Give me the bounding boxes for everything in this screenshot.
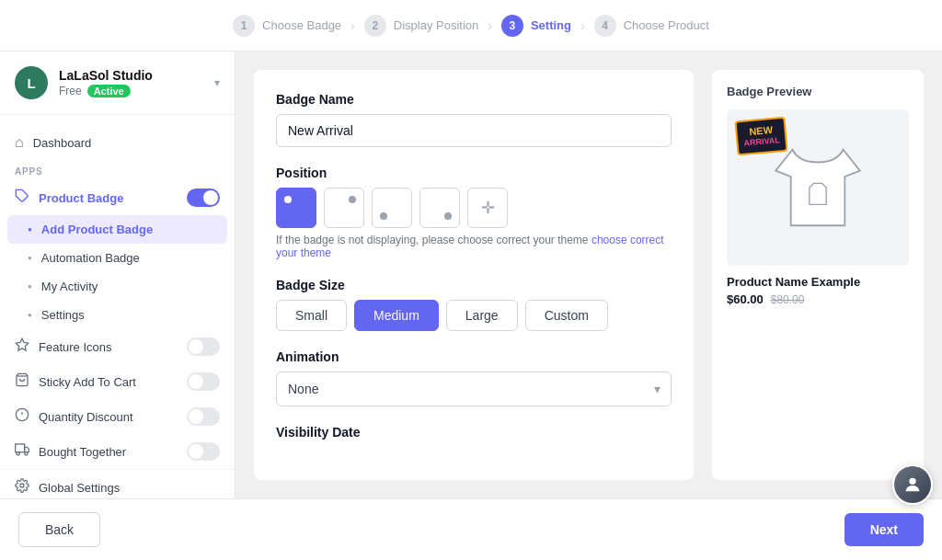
animation-label: Animation bbox=[276, 349, 672, 364]
brand-sub: Free Active bbox=[59, 85, 153, 97]
global-settings-icon bbox=[15, 478, 29, 497]
animation-section: Animation None Pulse Bounce Shake Spin ▾ bbox=[276, 349, 672, 406]
size-custom[interactable]: Custom bbox=[525, 300, 608, 331]
brand-name: LaLaSol Studio bbox=[59, 68, 153, 83]
visibility-date-label: Visibility Date bbox=[276, 425, 672, 440]
size-medium[interactable]: Medium bbox=[354, 300, 439, 331]
bought-together-label: Bought Together bbox=[39, 445, 126, 459]
step-arrow-2: › bbox=[488, 18, 492, 33]
step-4[interactable]: 4 Choose Product bbox=[594, 15, 709, 37]
global-settings-label: Global Settings bbox=[39, 481, 120, 495]
sidebar-item-dashboard[interactable]: ⌂ Dashboard bbox=[0, 126, 235, 159]
main-layout: L LaLaSol Studio Free Active ▾ ⌂ Dashboa… bbox=[0, 51, 942, 498]
preview-product-box: NEW ARRIVAL bbox=[727, 109, 909, 266]
product-name: Product Name Example bbox=[727, 275, 909, 289]
step-arrow-1: › bbox=[350, 18, 355, 33]
next-button[interactable]: Next bbox=[844, 513, 924, 546]
back-button[interactable]: Back bbox=[18, 512, 100, 547]
badge-name-input[interactable] bbox=[276, 114, 672, 147]
sidebar-item-bought-together[interactable]: Bought Together bbox=[0, 434, 235, 469]
step-2-circle: 2 bbox=[364, 15, 386, 37]
toggle-knob-bt bbox=[189, 444, 203, 459]
step-arrow-3: › bbox=[580, 18, 585, 33]
badge-name-label: Badge Name bbox=[276, 92, 672, 107]
toggle-knob bbox=[203, 190, 218, 205]
sub-dot-4: ● bbox=[28, 311, 32, 319]
add-product-badge-label: Add Product Badge bbox=[41, 223, 153, 236]
badge-size-section: Badge Size Small Medium Large Custom bbox=[276, 278, 672, 331]
quantity-discount-label: Quantity Discount bbox=[39, 410, 133, 424]
toggle-knob-qd bbox=[189, 409, 203, 424]
preview-panel: Badge Preview NEW ARRIVAL Product Name E… bbox=[712, 70, 924, 480]
sidebar-item-feature-icons[interactable]: Feature Icons bbox=[0, 329, 235, 364]
sidebar-item-sticky-add-to-cart[interactable]: Sticky Add To Cart bbox=[0, 364, 235, 399]
content-area: Badge Name Position bbox=[236, 51, 942, 498]
size-large[interactable]: Large bbox=[446, 300, 518, 331]
position-hint-link[interactable]: choose correct your theme bbox=[276, 234, 664, 259]
svg-point-9 bbox=[25, 452, 28, 455]
dot-tr bbox=[349, 196, 356, 203]
sticky-cart-label: Sticky Add To Cart bbox=[39, 375, 136, 389]
svg-point-10 bbox=[20, 484, 24, 487]
badge-sticker: NEW ARRIVAL bbox=[734, 117, 787, 156]
home-icon: ⌂ bbox=[15, 134, 24, 151]
animation-select[interactable]: None Pulse Bounce Shake Spin bbox=[276, 371, 672, 406]
svg-point-11 bbox=[909, 478, 915, 485]
bought-together-toggle[interactable] bbox=[187, 442, 220, 461]
sticky-cart-toggle[interactable] bbox=[187, 372, 220, 391]
sidebar-item-my-activity[interactable]: ● My Activity bbox=[0, 272, 235, 301]
move-icon: ✛ bbox=[481, 198, 495, 218]
content-columns: Badge Name Position bbox=[254, 70, 924, 480]
step-1[interactable]: 1 Choose Badge bbox=[233, 15, 341, 37]
sub-dot-2: ● bbox=[28, 254, 32, 262]
svg-rect-6 bbox=[16, 444, 25, 452]
top-nav: 1 Choose Badge › 2 Display Position › 3 … bbox=[0, 0, 942, 51]
sidebar-nav: ⌂ Dashboard APPS Product Badge ● Add Pro… bbox=[0, 115, 235, 498]
dashboard-label: Dashboard bbox=[33, 136, 92, 150]
sticky-cart-icon bbox=[15, 372, 29, 391]
size-small[interactable]: Small bbox=[276, 300, 347, 331]
quantity-discount-toggle[interactable] bbox=[187, 407, 220, 426]
dot-tl bbox=[284, 196, 292, 203]
chevron-down-icon[interactable]: ▾ bbox=[214, 76, 220, 89]
toggle-knob-sc bbox=[189, 374, 203, 389]
price-old: $80.00 bbox=[771, 293, 805, 306]
sidebar-item-automation-badge[interactable]: ● Automation Badge bbox=[0, 244, 235, 272]
step-2[interactable]: 2 Display Position bbox=[364, 15, 479, 37]
bought-together-icon bbox=[15, 442, 29, 461]
feature-icons-label: Feature Icons bbox=[39, 340, 112, 354]
position-top-right[interactable] bbox=[324, 188, 364, 228]
position-center[interactable]: ✛ bbox=[467, 188, 508, 228]
step-3[interactable]: 3 Setting bbox=[501, 15, 571, 37]
step-3-label: Setting bbox=[531, 18, 571, 32]
price-current: $60.00 bbox=[727, 292, 764, 306]
svg-marker-7 bbox=[25, 447, 29, 451]
active-badge: Active bbox=[87, 85, 131, 97]
steps-container: 1 Choose Badge › 2 Display Position › 3 … bbox=[233, 15, 709, 37]
step-3-circle: 3 bbox=[501, 15, 523, 37]
visibility-date-section: Visibility Date bbox=[276, 425, 672, 447]
avatar: L bbox=[15, 66, 48, 99]
position-section: Position bbox=[276, 166, 672, 259]
chat-bubble[interactable] bbox=[892, 464, 933, 505]
sidebar-item-settings[interactable]: ● Settings bbox=[0, 301, 235, 329]
automation-badge-label: Automation Badge bbox=[41, 251, 140, 265]
product-price: $60.00 $80.00 bbox=[727, 292, 909, 306]
position-bottom-left[interactable] bbox=[372, 188, 412, 228]
toggle-knob-fi bbox=[189, 339, 203, 354]
step-1-circle: 1 bbox=[233, 15, 255, 37]
position-bottom-right[interactable] bbox=[419, 188, 460, 228]
position-top-left[interactable] bbox=[276, 188, 316, 228]
sidebar-item-quantity-discount[interactable]: Quantity Discount bbox=[0, 399, 235, 434]
sidebar-item-global-settings[interactable]: Global Settings bbox=[0, 469, 235, 498]
position-hint: If the badge is not displaying, please c… bbox=[276, 234, 672, 259]
sidebar-item-product-badge[interactable]: Product Badge bbox=[0, 180, 235, 215]
dot-br bbox=[444, 212, 452, 220]
step-4-circle: 4 bbox=[594, 15, 616, 37]
feature-icons-toggle[interactable] bbox=[187, 337, 220, 356]
product-badge-label: Product Badge bbox=[39, 191, 123, 205]
step-2-label: Display Position bbox=[394, 18, 479, 32]
product-badge-toggle[interactable] bbox=[187, 189, 220, 207]
badge-size-label: Badge Size bbox=[276, 278, 672, 292]
sidebar-item-add-product-badge[interactable]: ● Add Product Badge bbox=[7, 215, 227, 244]
